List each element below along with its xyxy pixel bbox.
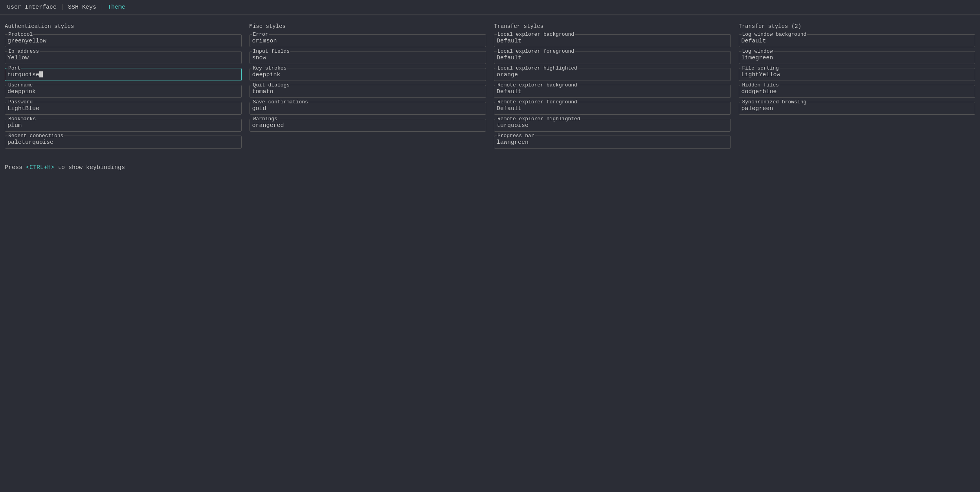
field-box-protocol[interactable]: Protocolgreenyellow <box>5 34 242 47</box>
field-group: Save confirmationsgold <box>250 102 486 115</box>
status-prefix: Press <box>5 164 26 171</box>
field-group: Recent connectionspaleturquoise <box>5 136 242 149</box>
field-box-warnings[interactable]: Warningsorangered <box>250 119 486 132</box>
field-box-username[interactable]: Usernamedeeppink <box>5 85 242 98</box>
field-box-remote-explorer-highlighted[interactable]: Remote explorer highlightedturquoise <box>494 119 731 132</box>
field-group: Portturquoise█ <box>5 68 242 81</box>
field-box-bookmarks[interactable]: Bookmarksplum <box>5 119 242 132</box>
field-label: Input fields <box>252 48 291 54</box>
field-label: Log window background <box>741 31 807 37</box>
field-value[interactable]: turquoise█ <box>7 72 239 78</box>
field-value[interactable]: paleturquoise <box>7 139 239 146</box>
field-label: Username <box>7 82 33 88</box>
field-box-local-explorer-highlighted[interactable]: Local explorer highlightedorange <box>494 68 731 81</box>
field-box-synchronized-browsing[interactable]: Synchronized browsingpalegreen <box>739 102 976 115</box>
field-value[interactable]: Yellow <box>7 55 239 61</box>
field-group: Bookmarksplum <box>5 119 242 132</box>
field-value[interactable]: palegreen <box>741 105 973 112</box>
field-box-recent-connections[interactable]: Recent connectionspaleturquoise <box>5 136 242 149</box>
field-box-error[interactable]: Errorcrimson <box>250 34 486 47</box>
field-value[interactable]: plum <box>7 122 239 129</box>
field-label: Bookmarks <box>7 116 37 122</box>
field-box-hidden-files[interactable]: Hidden filesdodgerblue <box>739 85 976 98</box>
field-value[interactable]: LightBlue <box>7 105 239 112</box>
field-group: Log windowlimegreen <box>739 51 976 64</box>
field-box-local-explorer-background[interactable]: Local explorer backgroundDefault <box>494 34 731 47</box>
field-label: Protocol <box>7 31 33 37</box>
field-group: Usernamedeeppink <box>5 85 242 98</box>
field-label: Ip address <box>7 48 40 54</box>
field-value[interactable]: Default <box>497 55 728 61</box>
field-value[interactable]: deeppink <box>7 88 239 95</box>
field-label: Key strokes <box>252 65 288 71</box>
nav-item-ssh-keys[interactable]: SSH Keys <box>66 3 99 11</box>
section-misc-styles: Misc stylesErrorcrimsonInput fieldssnowK… <box>250 23 486 152</box>
field-group: PasswordLightBlue <box>5 102 242 115</box>
field-box-port[interactable]: Portturquoise█ <box>5 68 242 81</box>
field-box-save-confirmations[interactable]: Save confirmationsgold <box>250 102 486 115</box>
field-label: Quit dialogs <box>252 82 291 88</box>
field-box-progress-bar[interactable]: Progress barlawngreen <box>494 136 731 149</box>
field-label: Local explorer highlighted <box>497 65 578 71</box>
field-label: Hidden files <box>741 82 780 88</box>
field-box-input-fields[interactable]: Input fieldssnow <box>250 51 486 64</box>
field-label: Save confirmations <box>252 99 309 105</box>
field-value[interactable]: orange <box>497 72 728 78</box>
nav-item-user-interface[interactable]: User Interface <box>5 3 59 11</box>
field-label: Password <box>7 99 33 105</box>
field-value[interactable]: snow <box>252 55 484 61</box>
status-keybinding: <CTRL+H> <box>26 164 54 171</box>
field-value[interactable]: lawngreen <box>497 139 728 146</box>
field-box-password[interactable]: PasswordLightBlue <box>5 102 242 115</box>
field-box-remote-explorer-background[interactable]: Remote explorer backgroundDefault <box>494 85 731 98</box>
field-value[interactable]: Default <box>497 38 728 44</box>
field-label: Local explorer background <box>497 31 575 37</box>
field-label: Local explorer foreground <box>497 48 575 54</box>
field-group: Key strokesdeeppink <box>250 68 486 81</box>
field-group: Local explorer backgroundDefault <box>494 34 731 47</box>
field-value[interactable]: dodgerblue <box>741 88 973 95</box>
field-value[interactable]: orangered <box>252 122 484 129</box>
field-group: Input fieldssnow <box>250 51 486 64</box>
field-label: Remote explorer foreground <box>497 99 578 105</box>
field-value[interactable]: greenyellow <box>7 38 239 44</box>
field-label: Synchronized browsing <box>741 99 807 105</box>
field-label: Remote explorer background <box>497 82 578 88</box>
field-value[interactable]: turquoise <box>497 122 728 129</box>
field-group: Synchronized browsingpalegreen <box>739 102 976 115</box>
field-group: Local explorer highlightedorange <box>494 68 731 81</box>
field-box-log-window-background[interactable]: Log window backgroundDefault <box>739 34 976 47</box>
field-group: Errorcrimson <box>250 34 486 47</box>
field-group: Log window backgroundDefault <box>739 34 976 47</box>
field-value[interactable]: crimson <box>252 38 484 44</box>
nav-separator: | <box>99 4 105 11</box>
field-label: Port <box>7 65 21 71</box>
field-box-file-sorting[interactable]: File sortingLightYellow <box>739 68 976 81</box>
field-group: Ip addressYellow <box>5 51 242 64</box>
field-value[interactable]: Default <box>741 38 973 44</box>
field-value[interactable]: LightYellow <box>741 72 973 78</box>
nav-item-theme[interactable]: Theme <box>105 3 128 11</box>
field-group: Remote explorer foregroundDefault <box>494 102 731 115</box>
field-value[interactable]: Default <box>497 105 728 112</box>
field-value[interactable]: deeppink <box>252 72 484 78</box>
field-box-quit-dialogs[interactable]: Quit dialogstomato <box>250 85 486 98</box>
field-box-ip-address[interactable]: Ip addressYellow <box>5 51 242 64</box>
section-title-auth-styles: Authentication styles <box>5 23 242 29</box>
field-label: Remote explorer highlighted <box>497 116 581 122</box>
field-label: File sorting <box>741 65 780 71</box>
field-box-log-window[interactable]: Log windowlimegreen <box>739 51 976 64</box>
field-group: File sortingLightYellow <box>739 68 976 81</box>
status-bar: Press <CTRL+H> to show keybindings <box>5 162 975 173</box>
field-box-local-explorer-foreground[interactable]: Local explorer foregroundDefault <box>494 51 731 64</box>
field-value[interactable]: Default <box>497 88 728 95</box>
field-value[interactable]: limegreen <box>741 55 973 61</box>
field-group: Protocolgreenyellow <box>5 34 242 47</box>
field-value[interactable]: tomato <box>252 88 484 95</box>
status-suffix: to show keybindings <box>54 164 125 171</box>
field-box-remote-explorer-foreground[interactable]: Remote explorer foregroundDefault <box>494 102 731 115</box>
field-value[interactable]: gold <box>252 105 484 112</box>
field-box-key-strokes[interactable]: Key strokesdeeppink <box>250 68 486 81</box>
section-title-misc-styles: Misc styles <box>250 23 486 29</box>
field-group: Quit dialogstomato <box>250 85 486 98</box>
